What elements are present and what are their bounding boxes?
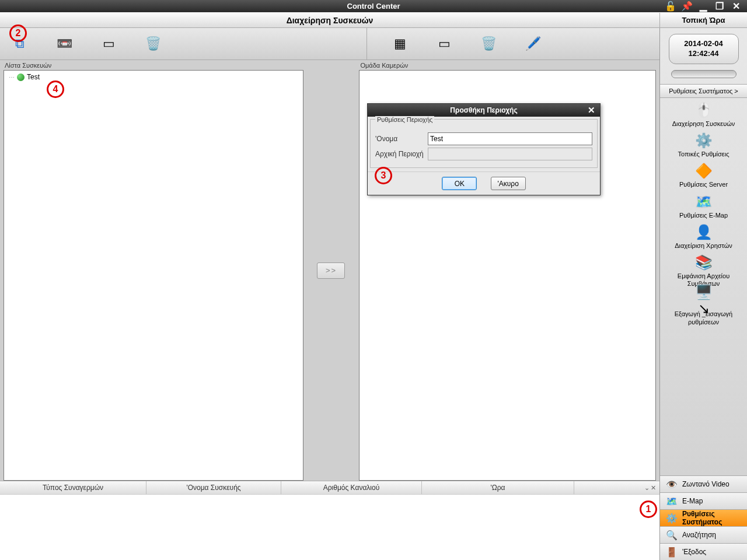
nav-button-1[interactable]: 🗺️E-Map [660, 492, 747, 509]
clock-box: 2014-02-04 12:42:44 [669, 34, 739, 64]
system-item-label: Ρυθμίσεις E-Map [661, 212, 746, 219]
system-item-label: Τοπικές Ρυθμίσεις [661, 150, 746, 158]
tool-button[interactable]: 🖊️ [523, 34, 542, 53]
system-item-label: Διαχείρηση Συσκευών [661, 120, 746, 128]
nav-icon: 👁️ [666, 478, 678, 490]
system-item-icon: 🖱️ [694, 102, 713, 119]
alarm-close-icon[interactable]: ✕ [651, 484, 656, 492]
system-item-3[interactable]: 🗺️Ρυθμίσεις E-Map [661, 193, 746, 219]
nav-icon: 🚪 [666, 546, 678, 558]
alarm-header: Τύπος Συναγερμών 'Ονομα Συσκευής Αριθμός… [0, 481, 659, 494]
system-item-icon: 🗺️ [694, 193, 713, 211]
nav-icon: 🗺️ [666, 495, 678, 507]
dialog-group-title: Ρυθμίσεις Περιοχής [375, 116, 434, 123]
system-item-label: Διαχείριση Χρηστών [661, 242, 746, 250]
dialog-close-icon[interactable]: ✕ [583, 105, 600, 116]
window-controls: 🔓 📌 ▁ ❐ ✕ [665, 1, 747, 12]
add-device-button[interactable]: 📼 [55, 34, 74, 53]
minimize-icon[interactable]: ▁ [698, 1, 708, 12]
system-item-icon: 🖥️↘ [694, 292, 713, 309]
add-area-button[interactable]: ⧉ [11, 34, 29, 53]
add-area-dialog: Προσθήκη Περιοχής ✕ Ρυθμίσεις Περιοχής '… [367, 103, 601, 195]
nav-icon: ⚙️ [666, 512, 678, 524]
window-titlebar: Control Center 🔓 📌 ▁ ❐ ✕ [0, 0, 747, 12]
alarm-body [0, 494, 659, 560]
delete-group-button[interactable]: 🗑️ [479, 34, 498, 53]
device-list-title: Λίστα Συσκευών [5, 62, 303, 69]
move-right-button[interactable]: >> [317, 262, 345, 279]
delete-button[interactable]: 🗑️ [144, 34, 162, 53]
nav-label: Ζωντανό Video [682, 480, 729, 488]
nav-icon: 🔍 [666, 529, 678, 541]
camera-group-title: Ομάδα Καμερών [360, 62, 656, 69]
tree-item[interactable]: ⋯ Test [4, 71, 303, 81]
nav-label: 'Εξοδος [682, 548, 706, 556]
page-title: Διαχείρηση Συσκευών [0, 16, 659, 25]
toolbar-row: ⧉ 📼 ▭ 🗑️ ▦ ▭ 🗑️ 🖊️ [0, 28, 659, 60]
system-item-icon: ⚙️ [694, 132, 713, 149]
system-item-1[interactable]: ⚙️Τοπικές Ρυθμίσεις [661, 132, 746, 158]
grid-layout-button[interactable]: ▦ [390, 34, 409, 53]
system-settings-header[interactable]: Ρυθμίσεις Συστήματος > [660, 84, 747, 98]
parent-area-field [428, 148, 592, 160]
clock-slider[interactable] [671, 70, 736, 78]
system-item-icon: 📚 [694, 254, 713, 271]
nav-label: Ρυθμίσεις Συστήματος [682, 510, 747, 526]
nav-button-2[interactable]: ⚙️Ρυθμίσεις Συστήματος [660, 509, 747, 526]
nav-button-0[interactable]: 👁️Ζωντανό Video [660, 475, 747, 492]
system-item-6[interactable]: 🖥️↘Εξαγωγή _εισαγωγή ρυθμίσεων [661, 292, 746, 326]
dialog-title: Προσθήκη Περιοχής [450, 106, 517, 114]
close-icon[interactable]: ✕ [731, 1, 741, 12]
system-item-label: Ρυθμίσεις Server [661, 181, 746, 188]
globe-icon [17, 74, 25, 81]
nav-label: Αναζήτηση [682, 531, 716, 539]
system-item-0[interactable]: 🖱️Διαχείρηση Συσκευών [661, 102, 746, 128]
device-list-box: ⋯ Test [4, 70, 303, 481]
dialog-titlebar[interactable]: Προσθήκη Περιοχής ✕ [368, 104, 600, 117]
system-item-5[interactable]: 📚Εμφάνιση Αρχείου Συμβάντων [661, 254, 746, 288]
name-field[interactable] [428, 132, 592, 145]
name-label: 'Ονομα [375, 135, 428, 143]
tree-dots-icon: ⋯ [9, 74, 15, 80]
alarm-col-time[interactable]: 'Ωρα [422, 481, 574, 494]
nav-button-4[interactable]: 🚪'Εξοδος [660, 543, 747, 560]
parent-area-label: Αρχική Περιοχή [375, 150, 428, 158]
clock-header: Τοπική Ώρα [659, 13, 747, 27]
system-item-2[interactable]: 🔶Ρυθμίσεις Server [661, 162, 746, 188]
maximize-icon[interactable]: ❐ [714, 1, 725, 12]
system-item-label: Εξαγωγή _εισαγωγή ρυθμίσεων [661, 310, 746, 326]
clock-time: 12:42:44 [688, 49, 718, 59]
nav-button-3[interactable]: 🔍Αναζήτηση [660, 526, 747, 543]
alarm-col-channel[interactable]: Αριθμός Καναλιού [281, 481, 422, 494]
cancel-button[interactable]: 'Ακυρο [491, 177, 526, 190]
system-item-icon: 🔶 [694, 162, 713, 180]
system-item-icon: 👤 [694, 223, 713, 241]
lock-icon[interactable]: 🔓 [665, 1, 676, 12]
window-title: Control Center [347, 2, 400, 10]
ok-button[interactable]: OK [442, 177, 477, 190]
header-row: Διαχείρηση Συσκευών Τοπική Ώρα [0, 12, 747, 28]
tree-item-label: Test [27, 73, 40, 81]
edit-device-button[interactable]: ▭ [99, 34, 118, 53]
pin-icon[interactable]: 📌 [682, 1, 692, 12]
edit-group-button[interactable]: ▭ [435, 34, 453, 53]
clock-date: 2014-02-04 [684, 39, 723, 49]
right-sidebar: 2014-02-04 12:42:44 Ρυθμίσεις Συστήματος… [659, 28, 747, 560]
system-item-4[interactable]: 👤Διαχείριση Χρηστών [661, 223, 746, 250]
alarm-col-device[interactable]: 'Ονομα Συσκευής [146, 481, 281, 494]
nav-label: E-Map [682, 497, 703, 505]
alarm-col-type[interactable]: Τύπος Συναγερμών [0, 481, 146, 494]
alarm-collapse-icon[interactable]: ⌄ [644, 484, 650, 492]
